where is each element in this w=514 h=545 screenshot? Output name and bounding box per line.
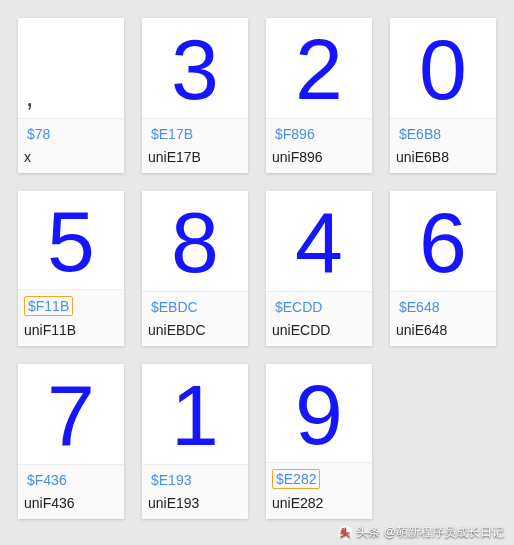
glyph-meta: $F436uniF436 — [18, 464, 124, 519]
glyph-display: 9 — [266, 364, 372, 462]
glyph-name: uniE6B8 — [396, 149, 490, 165]
glyph-code: $F436 — [24, 471, 70, 489]
glyph-meta: $EBDCuniEBDC — [142, 291, 248, 346]
glyph-code: $EBDC — [148, 298, 201, 316]
glyph-name: uniF896 — [272, 149, 366, 165]
glyph-card[interactable]: 0$E6B8uniE6B8 — [390, 18, 496, 173]
glyph-name: uniE648 — [396, 322, 490, 338]
glyph-display: 7 — [18, 364, 124, 464]
glyph-card[interactable]: 8$EBDCuniEBDC — [142, 191, 248, 346]
watermark: 头 头条 @萌新程序员成长日记 — [338, 524, 504, 541]
glyph-code: $E6B8 — [396, 125, 444, 143]
glyph-code: $78 — [24, 125, 53, 143]
watermark-icon: 头 — [338, 526, 352, 540]
glyph-card[interactable]: 3$E17BuniE17B — [142, 18, 248, 173]
glyph-grid: ,$78x3$E17BuniE17B2$F896uniF8960$E6B8uni… — [18, 18, 496, 519]
glyph-card[interactable]: 9$E282uniE282 — [266, 364, 372, 519]
glyph-meta: $E17BuniE17B — [142, 118, 248, 173]
glyph-name: uniE282 — [272, 495, 366, 511]
glyph-display: 5 — [18, 191, 124, 289]
glyph-card[interactable]: ,$78x — [18, 18, 124, 173]
glyph-name: uniEBDC — [148, 322, 242, 338]
glyph-display: 8 — [142, 191, 248, 291]
glyph-meta: $78x — [18, 118, 124, 173]
glyph-code: $E17B — [148, 125, 196, 143]
glyph-meta: $F11BuniF11B — [18, 289, 124, 346]
glyph-meta: $E282uniE282 — [266, 462, 372, 519]
glyph-card[interactable]: 5$F11BuniF11B — [18, 191, 124, 346]
glyph-code: $ECDD — [272, 298, 325, 316]
glyph-name: uniF436 — [24, 495, 118, 511]
glyph-display: 3 — [142, 18, 248, 118]
glyph-display: 1 — [142, 364, 248, 464]
glyph-display: 4 — [266, 191, 372, 291]
glyph-code: $E648 — [396, 298, 442, 316]
glyph-name: uniECDD — [272, 322, 366, 338]
glyph-meta: $E6B8uniE6B8 — [390, 118, 496, 173]
glyph-display: 2 — [266, 18, 372, 118]
glyph-card[interactable]: 4$ECDDuniECDD — [266, 191, 372, 346]
glyph-card[interactable]: 7$F436uniF436 — [18, 364, 124, 519]
glyph-meta: $F896uniF896 — [266, 118, 372, 173]
glyph-meta: $E648uniE648 — [390, 291, 496, 346]
glyph-card[interactable]: 1$E193uniE193 — [142, 364, 248, 519]
glyph-name: uniE17B — [148, 149, 242, 165]
watermark-text: 头条 @萌新程序员成长日记 — [356, 524, 504, 541]
glyph-code: $F896 — [272, 125, 318, 143]
glyph-meta: $E193uniE193 — [142, 464, 248, 519]
glyph-code: $E282 — [272, 469, 320, 489]
glyph-card[interactable]: 6$E648uniE648 — [390, 191, 496, 346]
glyph-name: uniE193 — [148, 495, 242, 511]
glyph-display: , — [18, 18, 124, 118]
glyph-display: 0 — [390, 18, 496, 118]
glyph-code: $E193 — [148, 471, 194, 489]
glyph-card[interactable]: 2$F896uniF896 — [266, 18, 372, 173]
glyph-code: $F11B — [24, 296, 73, 316]
glyph-meta: $ECDDuniECDD — [266, 291, 372, 346]
glyph-name: uniF11B — [24, 322, 118, 338]
glyph-name: x — [24, 149, 118, 165]
glyph-display: 6 — [390, 191, 496, 291]
